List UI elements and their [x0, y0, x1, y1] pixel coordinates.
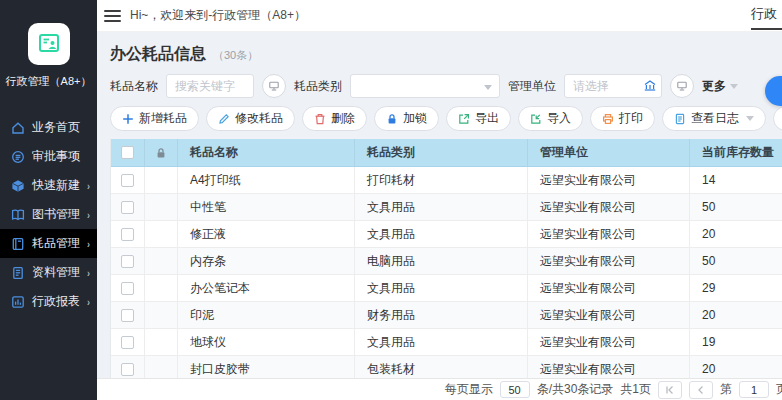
sidebar-item-documents[interactable]: 资料管理 › — [0, 258, 97, 287]
sidebar-item-label: 行政报表 — [32, 293, 80, 310]
row-checkbox[interactable] — [121, 174, 134, 187]
unit-picker-button[interactable] — [670, 74, 694, 98]
print-icon — [602, 113, 614, 125]
unit-filter-label: 管理单位 — [508, 78, 556, 95]
per-page-input[interactable] — [500, 381, 530, 398]
table-row[interactable]: 修正液 文具用品 远望实业有限公司 20 — [111, 221, 782, 248]
pagination-bar: 每页显示 条/共30条记录 共1页 第 页 — [97, 378, 782, 400]
total-pages-label: 共1页 — [620, 381, 651, 398]
chevron-left-icon — [696, 385, 706, 395]
chevron-down-icon — [484, 85, 492, 90]
sidebar-item-reports[interactable]: 行政报表 › — [0, 287, 97, 316]
import-icon — [530, 113, 542, 125]
approval-icon — [11, 150, 25, 164]
org-building-icon[interactable] — [643, 79, 657, 93]
page-number-input[interactable] — [739, 381, 769, 398]
name-picker-button[interactable] — [262, 74, 286, 98]
sidebar-item-label: 耗品管理 — [32, 235, 80, 252]
delete-button[interactable]: 删除 — [302, 106, 367, 131]
sidebar-item-quick-create[interactable]: 快速新建 › — [0, 171, 97, 200]
name-filter-label: 耗品名称 — [110, 78, 158, 95]
first-page-button[interactable] — [658, 381, 682, 399]
log-icon — [674, 113, 686, 125]
row-checkbox[interactable] — [121, 336, 134, 349]
page-content: 办公耗品信息 （30条） 耗品名称 耗品类别 管理单位 — [97, 32, 782, 400]
batch-refresh-button[interactable]: 批量刷新 — [773, 106, 782, 131]
welcome-text: Hi~，欢迎来到-行政管理（A8+） — [130, 7, 306, 24]
row-checkbox[interactable] — [121, 228, 134, 241]
more-label: 更多 — [702, 78, 726, 95]
column-header-unit[interactable]: 管理单位 — [528, 139, 690, 166]
sidebar-item-label: 业务首页 — [32, 119, 80, 136]
row-checkbox[interactable] — [121, 309, 134, 322]
table-row[interactable]: 印泥 财务用品 远望实业有限公司 20 — [111, 302, 782, 329]
view-log-button[interactable]: 查看日志 — [662, 106, 766, 131]
page-title: 办公耗品信息 — [110, 44, 206, 65]
table-row[interactable]: 办公笔记本 文具用品 远望实业有限公司 29 — [111, 275, 782, 302]
more-filters-button[interactable]: 更多 — [702, 78, 738, 95]
sidebar-item-label: 快速新建 — [32, 177, 80, 194]
chevron-right-icon: › — [87, 237, 90, 250]
app-logo[interactable] — [28, 23, 70, 65]
row-checkbox[interactable] — [121, 282, 134, 295]
column-header-name[interactable]: 耗品名称 — [178, 139, 355, 166]
trash-icon — [314, 113, 326, 125]
chevron-right-icon: › — [87, 179, 90, 192]
name-search-input[interactable] — [166, 74, 254, 98]
plus-icon — [122, 113, 134, 125]
table-header-row: 耗品名称 耗品类别 管理单位 当前库存数量 — [111, 139, 782, 167]
filter-row: 耗品名称 耗品类别 管理单位 — [110, 74, 782, 98]
row-checkbox[interactable] — [121, 255, 134, 268]
chevron-down-icon — [730, 84, 738, 89]
sidebar-menu: 业务首页 审批事项 快速新建 › 图书管理 › — [0, 113, 97, 316]
screen-icon — [268, 80, 280, 92]
supplies-icon — [11, 237, 25, 251]
export-icon — [458, 113, 470, 125]
prev-page-button[interactable] — [689, 381, 713, 399]
sidebar-item-approvals[interactable]: 审批事项 — [0, 142, 97, 171]
sidebar-item-supplies[interactable]: 耗品管理 › — [0, 229, 97, 258]
sidebar-item-business-home[interactable]: 业务首页 — [0, 113, 97, 142]
records-label: 条/共30条记录 — [537, 381, 614, 398]
report-icon — [11, 295, 25, 309]
sidebar-item-books[interactable]: 图书管理 › — [0, 200, 97, 229]
portal-tab[interactable]: 行政 — [751, 5, 782, 30]
category-select[interactable] — [350, 74, 500, 98]
export-button[interactable]: 导出 — [446, 106, 511, 131]
column-header-category[interactable]: 耗品类别 — [355, 139, 528, 166]
import-button[interactable]: 导入 — [518, 106, 583, 131]
main-area: Hi~，欢迎来到-行政管理（A8+） 行政 办公耗品信息 （30条） 耗品名称 … — [97, 0, 782, 400]
edit-icon — [218, 113, 230, 125]
add-supply-button[interactable]: 新增耗品 — [110, 106, 199, 131]
sidebar-item-label: 图书管理 — [32, 206, 80, 223]
quick-create-icon — [11, 179, 25, 193]
first-page-icon — [665, 385, 675, 395]
hamburger-menu-icon[interactable] — [104, 10, 121, 22]
app-name: 行政管理（A8+） — [0, 74, 97, 89]
page-suffix-label: 页 — [776, 381, 782, 398]
table-row[interactable]: 中性笔 文具用品 远望实业有限公司 50 — [111, 194, 782, 221]
chevron-right-icon: › — [87, 295, 90, 308]
table-row[interactable]: A4打印纸 打印耗材 远望实业有限公司 14 — [111, 167, 782, 194]
lock-button[interactable]: 加锁 — [374, 106, 439, 131]
lock-icon — [386, 113, 398, 125]
archive-icon — [11, 266, 25, 280]
chevron-right-icon: › — [87, 266, 90, 279]
screen-icon — [676, 80, 688, 92]
edit-supply-button[interactable]: 修改耗品 — [206, 106, 295, 131]
home-icon — [11, 121, 25, 135]
select-all-checkbox[interactable] — [121, 146, 134, 159]
row-checkbox[interactable] — [121, 363, 134, 376]
column-header-qty[interactable]: 当前库存数量 — [690, 139, 782, 166]
chevron-down-icon — [746, 116, 754, 121]
table-row[interactable]: 地球仪 文具用品 远望实业有限公司 19 — [111, 329, 782, 356]
row-checkbox[interactable] — [121, 201, 134, 214]
page-prefix-label: 第 — [720, 381, 732, 398]
action-toolbar: 新增耗品 修改耗品 删除 加锁 导出 — [110, 106, 782, 131]
print-button[interactable]: 打印 — [590, 106, 655, 131]
book-icon — [11, 208, 25, 222]
table-row[interactable]: 内存条 电脑用品 远望实业有限公司 50 — [111, 248, 782, 275]
app-window: 行政管理（A8+） 业务首页 审批事项 快速新建 › — [0, 0, 782, 400]
category-filter-label: 耗品类别 — [294, 78, 342, 95]
sidebar-item-label: 审批事项 — [32, 148, 80, 165]
